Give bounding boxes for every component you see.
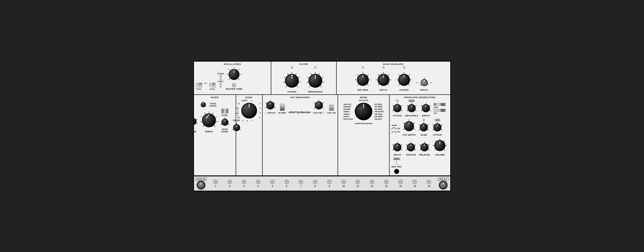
mode-opt-trk-sync[interactable]: TRK (SYNC) [374,110,384,113]
master-tune-knob-svg[interactable] [226,66,242,83]
mixer-title: MIXER [211,96,219,98]
step-13-led[interactable] [384,180,389,184]
slide-knob[interactable] [418,122,430,133]
step-6-led[interactable] [284,180,289,184]
step-12-led[interactable] [370,180,374,184]
accent-knob[interactable] [396,72,412,88]
step-8[interactable]: 8 [308,180,322,187]
step-13[interactable]: 13 [379,180,394,187]
env-mod-knob[interactable] [354,72,371,88]
step-7-led[interactable] [298,180,303,184]
svg-line-27 [322,77,324,78]
step-3-led[interactable] [242,180,246,184]
vco1-wave-ind2[interactable] [198,85,202,88]
mode-opt-midi-play[interactable]: MIDI PLAY [344,103,353,106]
vca-sustain-knob[interactable] [405,142,417,153]
mode-opt-keybrd[interactable]: KEYBRD [344,108,353,111]
sync-label: SYNC [222,114,228,116]
step-4-led[interactable] [256,180,260,184]
octave-dot2[interactable] [220,78,222,80]
mode-opt-random[interactable]: RANDOM [344,106,353,108]
track-knob[interactable] [264,100,276,111]
env2-depth-knob[interactable] [420,102,432,114]
octave-dot1[interactable] [220,75,222,77]
vco1-level-knob[interactable] [200,100,207,110]
vco2-wave-ind2[interactable] [212,85,216,88]
right-encoder[interactable] [439,181,448,189]
slide-dot[interactable] [422,119,425,121]
filter-dot[interactable] [291,66,293,68]
svg-line-61 [427,84,428,85]
vca-decay-knob[interactable] [392,142,403,153]
step-1-led[interactable] [213,180,218,184]
env2-attack-dot[interactable] [396,100,398,102]
step-6[interactable]: 6 [280,180,294,187]
vco2-level-knob[interactable] [220,117,230,128]
noise-dot[interactable] [193,128,194,130]
step-16-led[interactable] [426,180,431,184]
mode-opt-trk-edit[interactable]: TRK EDIT [374,118,384,120]
env2-decay-knob[interactable] [406,102,418,114]
resonance-dot[interactable] [314,66,316,68]
vca-release-knob[interactable] [419,142,430,153]
step-12[interactable]: 12 [365,180,379,187]
step-14-led[interactable] [398,180,403,184]
step-2[interactable]: 2 [222,180,237,187]
step-9-led[interactable] [327,180,332,184]
main-decay-dot[interactable] [382,66,385,68]
shape-wave1-icon [392,127,396,130]
acc-box[interactable]: ACC [441,109,445,112]
accent-dot[interactable] [403,66,405,68]
step-15[interactable]: 15 [408,180,422,187]
step-11-led[interactable] [356,180,360,184]
step-1[interactable]: 1 [208,180,222,187]
step-9[interactable]: 9 [322,180,336,187]
noise-knob[interactable] [193,116,198,127]
step-2-led[interactable] [228,180,232,184]
step-7[interactable]: 7 [294,180,308,187]
env-trg-button[interactable] [394,169,399,174]
gate-sld-box[interactable]: SLD [441,103,445,106]
mode-opt-pat-din[interactable]: PAT (DIN) [374,103,384,106]
step-16[interactable]: 16 [422,180,436,187]
resonance-knob-svg[interactable] [306,72,325,90]
mode-opt-user-b[interactable]: USER B [344,113,353,116]
step-3[interactable]: 3 [237,180,251,187]
step-15-led[interactable] [412,180,417,184]
mode-opt-pat-edit[interactable]: PAT (EDIT) [374,108,384,111]
vca-attack-knob[interactable] [432,122,443,133]
step-10[interactable]: 10 [336,180,351,187]
svg-line-15 [298,77,300,78]
step-8-led[interactable] [313,180,318,184]
step-11[interactable]: 11 [351,180,365,187]
vco1-wave-ind1[interactable] [198,83,202,85]
tempo-knob[interactable] [200,111,218,130]
mode-opt-bootload[interactable]: BOOTLOAD [344,118,353,120]
step-4[interactable]: 4 [251,180,266,187]
env2-attack-knob[interactable] [392,102,403,114]
step-10-led[interactable] [341,180,346,184]
step-14[interactable]: 14 [393,180,408,187]
mode-opt-user-a[interactable]: USER A [344,110,353,113]
mode-knob-svg[interactable] [354,102,374,121]
main-decay-knob[interactable] [375,72,392,88]
vcf-depth-knob[interactable] [402,119,416,133]
cents-dot1[interactable] [220,83,222,85]
small-decay-knob[interactable] [419,78,430,88]
mode-opt-trk-midi[interactable]: TRK (MIDI) [374,116,384,118]
mode-opt-pat-midi[interactable]: PAT (MIDI) [374,106,384,108]
vco2-wave-ind1[interactable] [212,83,216,85]
env-mod-dot[interactable] [362,66,364,68]
volume-knob[interactable] [432,138,448,153]
mode-opt-user-c[interactable]: USER C [344,116,353,118]
step-5-led[interactable] [270,180,275,184]
cutoff-knob-svg[interactable] [282,72,301,90]
left-encoder[interactable] [197,181,205,189]
vco-fm-knob[interactable] [313,100,325,111]
master-tune-dot[interactable] [232,83,236,87]
mode-opt-trk-din[interactable]: TRK (DIN) [374,113,384,116]
step-5[interactable]: 5 [265,180,280,187]
svg-line-180 [435,140,436,142]
cents-dot2[interactable] [220,86,222,88]
bank-knob-svg[interactable] [238,100,260,122]
